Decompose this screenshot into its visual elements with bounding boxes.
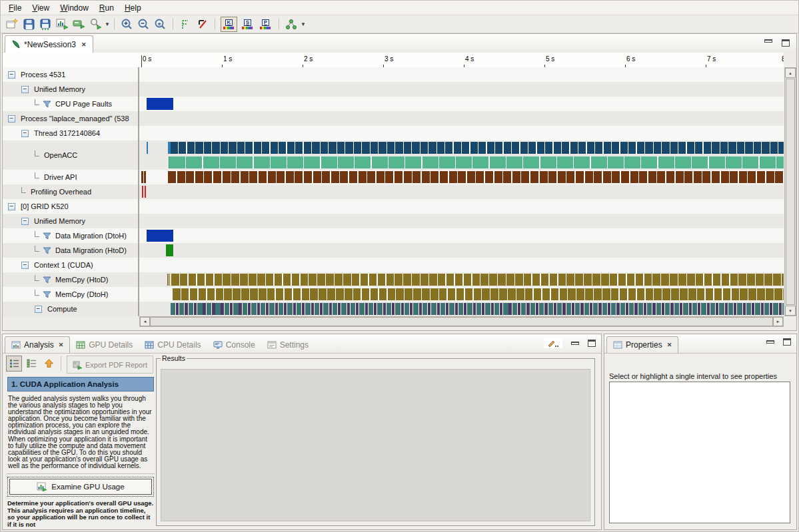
guided-analysis-button[interactable] bbox=[6, 356, 22, 372]
timeline-interval[interactable] bbox=[142, 186, 143, 198]
menu-help[interactable]: Help bbox=[119, 2, 147, 14]
timeline-track[interactable] bbox=[139, 111, 784, 126]
filter-icon[interactable] bbox=[43, 276, 51, 284]
hscroll-thumb[interactable] bbox=[150, 317, 773, 326]
filter-icon[interactable] bbox=[43, 232, 51, 240]
zoom-in-icon[interactable] bbox=[119, 17, 135, 32]
timeline-row-label[interactable]: Data Migration (HtoD) bbox=[3, 243, 139, 258]
timeline-ruler[interactable]: 0 s1 s2 s3 s4 s5 s6 s7 s8 bbox=[3, 53, 784, 68]
timeline-track[interactable] bbox=[139, 199, 784, 214]
back-up-button[interactable] bbox=[41, 356, 57, 372]
collapse-toggle-icon[interactable]: − bbox=[8, 203, 15, 210]
color-by-kernel-button[interactable]: K bbox=[221, 17, 237, 32]
timeline-track[interactable] bbox=[139, 126, 784, 140]
collapse-toggle-icon[interactable]: − bbox=[21, 86, 29, 93]
tab-gpu-details[interactable]: GPU Details bbox=[70, 336, 139, 353]
session-tab[interactable]: *NewSession3 ✕ bbox=[5, 35, 93, 53]
filter-icon[interactable] bbox=[43, 291, 51, 298]
zoom-fit-icon[interactable]: ± bbox=[152, 17, 169, 32]
vertical-scrollbar[interactable]: ▲ ▼ bbox=[784, 67, 796, 316]
maximize-icon[interactable] bbox=[783, 338, 791, 346]
timeline-interval[interactable] bbox=[171, 274, 784, 286]
timeline-interval[interactable] bbox=[145, 186, 146, 198]
timeline-row-label[interactable]: −[0] GRID K520 bbox=[3, 199, 139, 214]
timeline-row-label[interactable]: MemCpy (DtoH) bbox=[3, 287, 139, 302]
timeline-track[interactable] bbox=[139, 184, 784, 199]
color-by-stream-button[interactable]: S bbox=[240, 17, 255, 31]
timeline-row-label[interactable]: −Unified Memory bbox=[3, 214, 139, 228]
timeline-interval[interactable] bbox=[168, 171, 784, 183]
export-pdf-button[interactable]: Export PDF Report bbox=[67, 356, 153, 374]
timeline-track[interactable] bbox=[139, 214, 784, 228]
timeline-interval[interactable] bbox=[141, 171, 143, 183]
timeline-row-label[interactable]: OpenACC bbox=[3, 140, 139, 170]
timeline-row-label[interactable]: −Process "laplace_managed" (538 bbox=[3, 111, 139, 126]
collapse-toggle-icon[interactable]: − bbox=[21, 218, 29, 225]
menu-file[interactable]: File bbox=[3, 2, 27, 14]
tab-cpu-details[interactable]: CPU Details bbox=[139, 336, 207, 353]
dropdown-caret-icon[interactable]: ▼ bbox=[105, 21, 110, 27]
timeline-track[interactable] bbox=[139, 258, 784, 272]
timeline-row-label[interactable]: Profiling Overhead bbox=[3, 184, 139, 199]
timeline-interval[interactable] bbox=[169, 274, 171, 286]
vscroll-thumb[interactable] bbox=[786, 79, 795, 305]
timeline-interval[interactable] bbox=[144, 171, 146, 183]
timeline-row-label[interactable]: −Process 4531 bbox=[3, 67, 139, 82]
menu-view[interactable]: View bbox=[27, 2, 55, 14]
profile-application-icon[interactable] bbox=[54, 17, 71, 32]
scroll-left-icon[interactable]: ◄ bbox=[140, 317, 150, 326]
horizontal-scrollbar[interactable]: ◄ ► bbox=[139, 316, 784, 327]
timeline-interval[interactable] bbox=[171, 142, 784, 154]
timeline-track[interactable] bbox=[139, 287, 784, 302]
close-icon[interactable]: ✕ bbox=[667, 342, 672, 348]
tab-analysis[interactable]: Analysis✕ bbox=[5, 336, 70, 353]
save-all-icon[interactable] bbox=[37, 17, 54, 32]
new-session-icon[interactable] bbox=[4, 17, 21, 32]
timeline-interval[interactable] bbox=[171, 303, 784, 315]
timeline-track[interactable] bbox=[139, 272, 784, 287]
tree-mode-icon[interactable] bbox=[283, 17, 300, 32]
timeline-track[interactable] bbox=[139, 140, 784, 170]
save-icon[interactable] bbox=[21, 17, 37, 32]
timeline-track[interactable] bbox=[139, 67, 784, 82]
minimize-icon[interactable] bbox=[571, 342, 579, 345]
minimize-icon[interactable] bbox=[766, 340, 774, 344]
collapse-toggle-icon[interactable]: − bbox=[8, 71, 15, 79]
timeline-row-label[interactable]: MemCpy (HtoD) bbox=[3, 272, 139, 287]
timeline-track[interactable] bbox=[139, 97, 784, 111]
timeline-interval[interactable] bbox=[147, 98, 173, 110]
timeline-track[interactable] bbox=[139, 82, 784, 97]
timeline-interval[interactable] bbox=[147, 142, 148, 154]
minimize-icon[interactable] bbox=[764, 39, 772, 43]
timeline-row-label[interactable]: CPU Page Faults bbox=[3, 97, 139, 111]
ruler-marker-icon[interactable] bbox=[177, 17, 194, 32]
timeline-track[interactable] bbox=[139, 243, 784, 258]
collapse-toggle-icon[interactable]: − bbox=[21, 130, 29, 137]
close-icon[interactable]: ✕ bbox=[59, 342, 64, 348]
zoom-out-icon[interactable] bbox=[135, 17, 152, 32]
timeline-track[interactable] bbox=[139, 228, 784, 243]
timeline-interval[interactable] bbox=[169, 156, 784, 168]
menu-window[interactable]: Window bbox=[55, 2, 94, 14]
timeline-row-label[interactable]: −Unified Memory bbox=[3, 82, 139, 97]
unguided-analysis-button[interactable] bbox=[23, 356, 39, 372]
scroll-down-icon[interactable]: ▼ bbox=[785, 306, 796, 316]
timeline-row-label[interactable]: −Compute bbox=[3, 302, 139, 316]
close-icon[interactable]: ✕ bbox=[81, 41, 87, 48]
scroll-up-icon[interactable]: ▲ bbox=[785, 68, 796, 78]
scroll-right-icon[interactable]: ► bbox=[773, 317, 783, 326]
menu-run[interactable]: Run bbox=[94, 2, 119, 14]
timeline-track[interactable] bbox=[139, 302, 784, 316]
timeline-track[interactable] bbox=[139, 170, 784, 184]
examine-gpu-usage-button[interactable]: Examine GPU Usage bbox=[9, 479, 152, 495]
timeline-row-label[interactable]: Data Migration (DtoH) bbox=[3, 228, 139, 243]
timeline-row-label[interactable]: −Context 1 (CUDA) bbox=[3, 258, 139, 272]
timeline-interval[interactable] bbox=[167, 274, 169, 286]
tab-console[interactable]: Console bbox=[207, 336, 261, 353]
timeline-interval[interactable] bbox=[166, 244, 173, 256]
view-menu-icon[interactable] bbox=[544, 338, 562, 348]
timeline-card-icon[interactable] bbox=[71, 17, 87, 32]
tab-settings[interactable]: Settings bbox=[261, 336, 315, 353]
filter-icon[interactable] bbox=[43, 101, 51, 108]
maximize-icon[interactable] bbox=[782, 39, 790, 47]
